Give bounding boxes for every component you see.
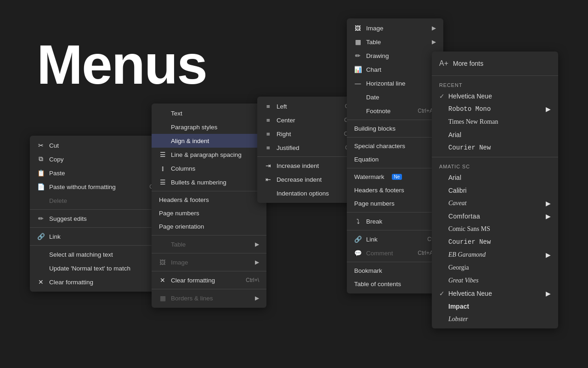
paste-label: Paste — [49, 170, 65, 177]
helvetica-list-check: ✓ — [439, 290, 445, 297]
page-title: Menus — [37, 37, 207, 92]
link-label: Link — [49, 233, 61, 240]
font-georgia-label: Georgia — [448, 264, 469, 271]
font-great-vibes[interactable]: ✓ Great Vibes — [432, 274, 558, 287]
headers-footers-format-item[interactable]: Headers & footers — [152, 193, 266, 207]
borders-icon: ▦ — [159, 294, 166, 302]
footnote-label: Footnote — [366, 108, 390, 115]
para-styles-item[interactable]: Paragraph styles — [152, 120, 266, 134]
align-indent-icon — [159, 137, 166, 144]
clear-fmt-format-item[interactable]: ✕ Clear formatting Ctrl+\ — [152, 273, 266, 287]
date-item[interactable]: Date — [347, 90, 443, 104]
font-helvetica-neue-recent[interactable]: ✓ Helvetica Neue — [432, 90, 558, 103]
footnote-item[interactable]: Footnote Ctrl+Alt — [347, 104, 443, 118]
equation-label: Equation — [354, 156, 379, 163]
table-insert-item[interactable]: ▦ Table ▶ — [347, 35, 443, 49]
special-chars-item[interactable]: Special characters — [347, 139, 443, 153]
font-arial-recent[interactable]: ✓ Arial — [432, 128, 558, 141]
increase-indent-label: Increase indent — [277, 162, 319, 169]
bookmark-item[interactable]: Bookmark — [347, 264, 443, 277]
font-great-vibes-label: Great Vibes — [448, 277, 479, 284]
font-comfortaa[interactable]: ✓ Comfortaa ▶ — [432, 210, 558, 223]
insert-sep4 — [347, 212, 443, 213]
image-insert-item[interactable]: 🖼 Image ▶ — [347, 21, 443, 35]
bullets-item[interactable]: ☰ Bullets & numbering — [152, 175, 266, 189]
link-item[interactable]: 🔗 Link — [30, 230, 172, 243]
paste-item[interactable]: 📋 Paste — [30, 166, 172, 180]
font-comfortaa-label: Comfortaa — [448, 213, 480, 220]
indent-options-icon — [265, 190, 272, 197]
drawing-icon: ✏ — [354, 52, 362, 59]
font-courier-new-list[interactable]: ✓ Courier New — [432, 236, 558, 248]
copy-item[interactable]: ⧉ Copy — [30, 152, 172, 166]
comment-item[interactable]: 💬 Comment Ctrl+Alt — [347, 246, 443, 260]
borders-lines-item[interactable]: ▦ Borders & lines ▶ — [152, 291, 266, 305]
font-times-label: Times New Roman — [448, 118, 498, 126]
line-spacing-item[interactable]: ☰ Line & paragraph spacing — [152, 148, 266, 161]
font-eb-garamond[interactable]: ✓ EB Garamond ▶ — [432, 248, 558, 261]
align-indent-item[interactable]: Align & indent — [152, 134, 266, 148]
link-insert-item[interactable]: 🔗 Link Ctrl — [347, 232, 443, 246]
break-item[interactable]: ⤵ Break — [347, 214, 443, 228]
equation-item[interactable]: Equation — [347, 153, 443, 166]
more-fonts-button[interactable]: A+ More fonts — [432, 54, 558, 73]
format-sep1 — [152, 191, 266, 191]
font-impact-label: Impact — [448, 303, 469, 310]
clear-fmt-context-item[interactable]: ✕ Clear formatting — [30, 275, 172, 289]
font-caveat[interactable]: ✓ Caveat ▶ — [432, 197, 558, 210]
delete-item: Delete — [30, 194, 172, 207]
font-comic-sans[interactable]: ✓ Comic Sans MS — [432, 223, 558, 236]
text-item[interactable]: Text — [152, 106, 266, 120]
sep3 — [30, 245, 172, 246]
image-format-item[interactable]: 🖼 Image ▶ — [152, 255, 266, 269]
align-right-icon: ≡ — [265, 130, 272, 138]
drawing-item[interactable]: ✏ Drawing — [347, 49, 443, 63]
text-label: Text — [171, 110, 182, 117]
font-helvetica-neue-list[interactable]: ✓ Helvetica Neue ▶ — [432, 287, 558, 300]
headers-footers-insert-item[interactable]: Headers & footers — [347, 184, 443, 197]
watermark-item[interactable]: Watermark Ne — [347, 170, 443, 184]
chart-item[interactable]: 📊 Chart — [347, 63, 443, 76]
font-arial-amatic[interactable]: ✓ Arial — [432, 171, 558, 184]
font-impact[interactable]: ✓ Impact — [432, 300, 558, 313]
align-right-label: Right — [277, 131, 291, 138]
suggest-item[interactable]: ✏ Suggest edits — [30, 212, 172, 225]
table-insert-arrow: ▶ — [432, 39, 436, 45]
building-blocks-item[interactable]: Building blocks — [347, 122, 443, 135]
font-lobster[interactable]: ✓ Lobster — [432, 313, 558, 326]
link-icon: 🔗 — [37, 233, 45, 240]
delete-label: Delete — [49, 197, 67, 204]
font-eb-garamond-label: EB Garamond — [448, 251, 486, 259]
page-numbers-format-item[interactable]: Page numbers — [152, 207, 266, 220]
columns-icon: ⫿ — [159, 165, 166, 172]
break-icon: ⤵ — [354, 218, 362, 225]
align-left-label: Left — [277, 103, 287, 110]
update-match-item[interactable]: Update 'Normal text' to match — [30, 261, 172, 275]
columns-item[interactable]: ⫿ Columns — [152, 161, 266, 175]
page-numbers-format-label: Page numbers — [159, 210, 199, 217]
font-roboto-mono[interactable]: ✓ Roboto Mono ▶ — [432, 103, 558, 115]
font-courier-recent[interactable]: ✓ Courier New — [432, 141, 558, 154]
page-orient-item[interactable]: Page orientation — [152, 220, 266, 233]
select-all-label: Select all matching text — [49, 251, 113, 258]
font-times-new-roman[interactable]: ✓ Times New Roman — [432, 115, 558, 128]
page-numbers-insert-item[interactable]: Page numbers — [347, 197, 443, 210]
font-lobster-label: Lobster — [448, 316, 468, 323]
format-menu: Text Paragraph styles Align & indent ☰ L… — [152, 104, 266, 308]
font-georgia[interactable]: ✓ Georgia — [432, 261, 558, 274]
h-line-item[interactable]: — Horizontal line — [347, 76, 443, 90]
select-all-item[interactable]: Select all matching text — [30, 247, 172, 261]
font-helvetica-list-label: Helvetica Neue — [448, 290, 492, 297]
comment-icon: 💬 — [354, 249, 362, 257]
bullets-icon: ☰ — [159, 178, 166, 186]
para-styles-label: Paragraph styles — [171, 124, 217, 131]
font-calibri-label: Calibri — [448, 187, 467, 194]
format-sep5 — [152, 289, 266, 289]
align-center-label: Center — [277, 117, 295, 124]
cut-item[interactable]: ✂ Cut — [30, 138, 172, 152]
font-calibri[interactable]: ✓ Calibri — [432, 184, 558, 197]
table-format-item[interactable]: Table ▶ — [152, 237, 266, 251]
toc-item[interactable]: Table of contents — [347, 277, 443, 291]
paste-no-format-item[interactable]: 📄 Paste without formatting Ctrl+S — [30, 180, 172, 194]
drawing-label: Drawing — [366, 52, 389, 59]
